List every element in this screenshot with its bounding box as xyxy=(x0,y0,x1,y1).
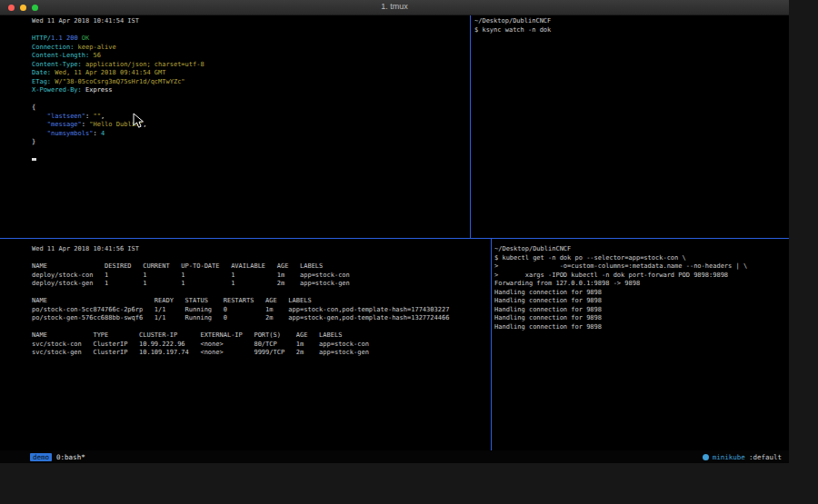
terminal-line: ~/Desktop/DublinCNCF xyxy=(494,245,789,254)
window-titlebar: 1. tmux xyxy=(0,0,789,15)
terminal-line: po/stock-con-5cc874766c-2p6rp 1/1 Runnin… xyxy=(32,306,489,315)
terminal-line: NAME DESIRED CURRENT UP-TO-DATE AVAILABL… xyxy=(32,262,489,272)
terminal-line: Connection: keep-alive xyxy=(32,44,470,53)
terminal-text: NAME DESIRED CURRENT UP-TO-DATE AVAILABL… xyxy=(32,262,323,270)
terminal-line: > xargs -IPOD kubectl -n dok port-forwar… xyxy=(494,272,789,281)
terminal-line: Content-Type: application/json; charset=… xyxy=(32,61,470,70)
terminal-line: NAME READY STATUS RESTARTS AGE LABELS xyxy=(32,297,489,306)
terminal-text: application/json; charset=utf-8 xyxy=(82,61,204,68)
terminal-line: Date: Wed, 11 Apr 2018 09:41:54 GMT xyxy=(32,69,470,78)
terminal-text: NAME TYPE CLUSTER-IP EXTERNAL-IP PORT(S)… xyxy=(32,331,342,339)
terminal-text: "numsymbols" xyxy=(47,130,94,137)
terminal-text: Handling connection for 9898 xyxy=(494,289,602,296)
terminal-text: NAME READY STATUS RESTARTS AGE LABELS xyxy=(32,297,312,304)
terminal-text: 1.1 xyxy=(51,35,63,42)
terminal-text: Content-Length: xyxy=(32,52,89,59)
terminal-line xyxy=(32,26,470,35)
kube-namespace-label: :default xyxy=(749,453,782,461)
terminal-line: svc/stock-con ClusterIP 10.99.222.96 <no… xyxy=(32,341,489,350)
tmux-session-name: demo xyxy=(30,453,52,461)
terminal-text: Express xyxy=(82,86,113,94)
terminal-text: Handling connection for 9898 xyxy=(494,297,602,304)
terminal-text: > -o=custom-columns=:metadata.name --no-… xyxy=(494,262,747,270)
terminal-line: Handling connection for 9898 xyxy=(494,306,789,315)
terminal-line: { xyxy=(32,104,470,113)
terminal-text: Content-Type: xyxy=(32,61,82,68)
terminal-line: Handling connection for 9898 xyxy=(494,314,789,323)
terminal-text: "lastseen" xyxy=(47,113,85,120)
terminal-text xyxy=(32,121,47,128)
pane-border-vertical-top[interactable] xyxy=(470,15,471,238)
terminal-line: "numsymbols": 4 xyxy=(32,130,470,139)
terminal-line xyxy=(32,155,470,164)
terminal-text: Wed 11 Apr 2018 10:41:56 IST xyxy=(32,245,139,252)
terminal-window: 1. tmux Wed 11 Apr 2018 10:41:54 ISTHTTP… xyxy=(0,0,789,463)
terminal-text: "message" xyxy=(47,121,82,128)
terminal-text: Handling connection for 9898 xyxy=(494,314,602,321)
terminal-text: Connection: xyxy=(32,44,74,51)
terminal-line: "lastseen": "", xyxy=(32,113,470,122)
terminal-text xyxy=(32,113,47,120)
terminal-line: po/stock-gen-576cc688bb-swqf6 1/1 Runnin… xyxy=(32,314,489,323)
terminal-text: po/stock-gen-576cc688bb-swqf6 1/1 Runnin… xyxy=(32,314,449,321)
terminal-text: : xyxy=(82,121,89,128)
terminal-line: "message": "Hello Dublin", xyxy=(32,121,470,130)
terminal-text: Forwarding from 127.0.0.1:9898 -> 9898 xyxy=(494,280,640,287)
pane-ksync-watch[interactable]: ~/Desktop/DublinCNCF$ ksync watch -n dok xyxy=(472,15,789,238)
terminal-text: Handling connection for 9898 xyxy=(494,323,602,331)
terminal-line xyxy=(32,254,489,263)
terminal-text: $ ksync watch -n dok xyxy=(474,26,551,34)
terminal-line xyxy=(32,95,470,104)
terminal-text: keep-alive xyxy=(74,44,115,51)
terminal-line xyxy=(32,289,489,298)
terminal-line: ~/Desktop/DublinCNCF xyxy=(474,17,789,26)
terminal-text: deploy/stock-con 1 1 1 1 1m app=stock-co… xyxy=(32,272,350,279)
terminal-text: $ kubectl get -n dok po --selector=app=s… xyxy=(494,254,686,262)
terminal-text: 4 xyxy=(101,130,105,137)
terminal-text: Wed, 11 Apr 2018 09:41:54 GMT xyxy=(51,69,165,76)
terminal-text: , xyxy=(143,121,146,128)
terminal-line: } xyxy=(32,138,470,147)
text-cursor xyxy=(32,158,36,161)
terminal-text: deploy/stock-gen 1 1 1 1 2m app=stock-ge… xyxy=(32,280,350,287)
terminal-text: : xyxy=(93,130,100,137)
terminal-text: ~/Desktop/DublinCNCF xyxy=(474,17,551,25)
terminal-line: $ ksync watch -n dok xyxy=(474,26,789,35)
terminal-line: HTTP/1.1 200 OK xyxy=(32,35,470,44)
terminal-line: X-Powered-By: Express xyxy=(32,86,470,95)
pane-kubectl-get[interactable]: Wed 11 Apr 2018 10:41:56 ISTNAME DESIRED… xyxy=(0,239,489,450)
terminal-line: Wed 11 Apr 2018 10:41:54 IST xyxy=(32,17,470,26)
kubernetes-icon xyxy=(703,454,709,460)
terminal-text: po/stock-con-5cc874766c-2p6rp 1/1 Runnin… xyxy=(32,306,449,313)
terminal-line: NAME TYPE CLUSTER-IP EXTERNAL-IP PORT(S)… xyxy=(32,331,489,341)
terminal-text: ~/Desktop/DublinCNCF xyxy=(494,245,571,252)
tmux-status-left: demo 0:bash* xyxy=(30,453,85,461)
terminal-text: > xargs -IPOD kubectl -n dok port-forwar… xyxy=(494,272,728,279)
terminal-text: 200 xyxy=(66,35,78,42)
terminal-line: Handling connection for 9898 xyxy=(494,323,789,332)
terminal-text xyxy=(32,130,47,137)
pane-port-forward[interactable]: ~/Desktop/DublinCNCF$ kubectl get -n dok… xyxy=(492,239,789,450)
terminal-line: Wed 11 Apr 2018 10:41:56 IST xyxy=(32,245,489,254)
terminal-line: deploy/stock-con 1 1 1 1 1m app=stock-co… xyxy=(32,272,489,281)
terminal-text: { xyxy=(32,104,35,111)
pane-http-response[interactable]: Wed 11 Apr 2018 10:41:54 ISTHTTP/1.1 200… xyxy=(0,15,470,238)
terminal-line: Forwarding from 127.0.0.1:9898 -> 9898 xyxy=(494,280,789,289)
terminal-text: svc/stock-con ClusterIP 10.99.222.96 <no… xyxy=(32,341,369,348)
terminal-text: svc/stock-gen ClusterIP 10.109.197.74 <n… xyxy=(32,349,369,356)
terminal-text: 56 xyxy=(89,52,101,59)
tmux-status-right: minikube:default xyxy=(703,453,782,461)
terminal-text: Handling connection for 9898 xyxy=(494,306,602,313)
terminal-line: deploy/stock-gen 1 1 1 1 2m app=stock-ge… xyxy=(32,280,489,289)
kube-context-label: minikube xyxy=(713,453,745,461)
terminal-line: Content-Length: 56 xyxy=(32,52,470,61)
terminal-line: Handling connection for 9898 xyxy=(494,297,789,306)
terminal-line xyxy=(32,147,470,156)
terminal-text: OK xyxy=(82,35,89,42)
terminal-text: "Hello Dublin" xyxy=(89,121,143,128)
terminal-text: ETag: xyxy=(32,78,51,85)
tmux-window-tab[interactable]: 0:bash* xyxy=(56,453,85,461)
terminal-line: > -o=custom-columns=:metadata.name --no-… xyxy=(494,262,789,272)
terminal-text: HTTP/ xyxy=(32,35,51,42)
terminal-text: "" xyxy=(93,113,100,120)
